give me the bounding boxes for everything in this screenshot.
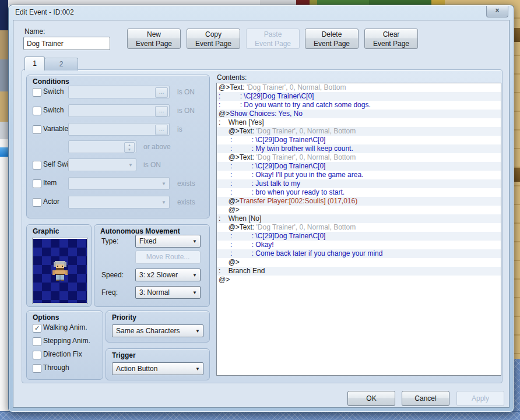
event-command-line[interactable]: : Branch End bbox=[217, 267, 501, 276]
tab-page-1[interactable]: 1 bbox=[24, 57, 45, 70]
condition-self-switch-suffix: is ON bbox=[143, 161, 161, 169]
clear-event-page-button[interactable]: Clear Event Page bbox=[364, 29, 418, 49]
button-label: Event Page bbox=[136, 40, 172, 48]
movement-freq-dropdown[interactable]: 3: Normal ▼ bbox=[135, 286, 201, 299]
name-label: Name: bbox=[24, 27, 45, 36]
direction-fix-label: Direction Fix bbox=[43, 350, 82, 358]
through-checkbox[interactable] bbox=[33, 364, 41, 373]
ok-button[interactable]: OK bbox=[347, 391, 395, 406]
button-label: Paste bbox=[264, 30, 282, 38]
condition-actor-suffix: exists bbox=[177, 198, 195, 206]
event-page-panel: Conditions Switch ... is ON Switch ... i… bbox=[22, 69, 503, 383]
walking-anim-checkbox[interactable]: ✓ bbox=[33, 324, 41, 333]
condition-switch1-suffix: is ON bbox=[177, 88, 195, 96]
event-command-line[interactable]: @>Text: 'Dog Trainer', 0, Normal, Bottom bbox=[217, 153, 501, 162]
condition-variable-checkbox[interactable] bbox=[33, 125, 41, 134]
condition-switch1-label: Switch bbox=[43, 87, 64, 96]
chevron-down-icon: ▼ bbox=[128, 163, 133, 168]
button-label: Copy bbox=[205, 30, 222, 38]
event-command-line[interactable]: @>Show Choices: Yes, No bbox=[217, 110, 501, 118]
event-character-sprite bbox=[51, 260, 69, 282]
event-command-line[interactable]: @>Transfer Player:[002:Soulis] (017,016) bbox=[217, 197, 501, 206]
tileset-thumb bbox=[0, 91, 8, 122]
chevron-down-icon: ▼ bbox=[192, 273, 197, 278]
event-command-line[interactable]: : : \C[29]Dog Trainer\C[0] bbox=[217, 232, 501, 241]
event-command-line[interactable]: @>Text: 'Dog Trainer', 0, Normal, Bottom bbox=[217, 127, 501, 136]
condition-variable-compare-suffix: or above bbox=[143, 143, 171, 151]
delete-event-page-button[interactable]: Delete Event Page bbox=[305, 29, 359, 49]
event-command-line[interactable]: : When [No] bbox=[217, 214, 501, 223]
conditions-groupbox: Conditions Switch ... is ON Switch ... i… bbox=[26, 75, 210, 218]
button-label: Event Page bbox=[255, 40, 291, 48]
freq-label: Freq: bbox=[101, 288, 118, 297]
movement-speed-dropdown[interactable]: 3: x2 Slower ▼ bbox=[135, 269, 201, 281]
condition-switch1-checkbox[interactable] bbox=[33, 88, 41, 97]
event-command-line[interactable]: @> bbox=[217, 276, 501, 284]
priority-dropdown[interactable]: Same as Characters ▼ bbox=[112, 324, 203, 337]
event-command-line[interactable]: : : Just talk to my bbox=[217, 179, 501, 188]
trigger-groupbox: Trigger Action Button ▼ bbox=[106, 348, 210, 380]
condition-switch2-suffix: is ON bbox=[177, 107, 195, 115]
event-command-line[interactable]: : : My twin brother will keep count. bbox=[217, 144, 501, 153]
priority-groupbox: Priority Same as Characters ▼ bbox=[106, 310, 210, 343]
event-name-input[interactable] bbox=[23, 37, 110, 50]
sprite-checkerboard bbox=[33, 239, 87, 303]
ellipsis-button: ... bbox=[155, 125, 168, 135]
button-label: Delete bbox=[322, 30, 342, 38]
type-label: Type: bbox=[101, 237, 118, 245]
copy-event-page-button[interactable]: Copy Event Page bbox=[187, 29, 240, 49]
event-command-line[interactable]: @>Text: 'Dog Trainer', 0, Normal, Bottom bbox=[217, 223, 501, 232]
event-command-line[interactable]: : : bro when your ready to start. bbox=[217, 188, 501, 197]
tileset-thumb bbox=[0, 59, 8, 91]
direction-fix-checkbox[interactable] bbox=[33, 351, 41, 359]
tab-page-2[interactable]: 2 bbox=[44, 58, 78, 70]
priority-title: Priority bbox=[112, 313, 136, 322]
event-command-line[interactable]: : : Do you want to try and catch some do… bbox=[217, 101, 501, 110]
event-command-line[interactable]: @> bbox=[217, 206, 501, 214]
chevron-down-icon: ▼ bbox=[195, 366, 200, 372]
chevron-down-icon: ▼ bbox=[161, 181, 166, 186]
map-editor-bottom-strip bbox=[0, 411, 520, 420]
condition-variable-label: Variable bbox=[43, 125, 68, 133]
condition-switch1-field: ... bbox=[68, 86, 170, 98]
new-event-page-button[interactable]: New Event Page bbox=[127, 29, 181, 49]
event-commands-list[interactable]: @>Text: 'Dog Trainer', 0, Normal, Bottom… bbox=[216, 83, 501, 376]
ellipsis-button: ... bbox=[155, 106, 168, 117]
event-command-line[interactable]: : : Okay! I'll put you in the game area. bbox=[217, 171, 501, 179]
event-command-line[interactable]: : : Okay! bbox=[217, 241, 501, 249]
event-graphic-picker[interactable] bbox=[32, 238, 88, 304]
scrollbar[interactable] bbox=[0, 122, 8, 139]
dialog-client-area: Name: New Event Page Copy Event Page Pas… bbox=[13, 20, 510, 408]
condition-self-switch-checkbox[interactable] bbox=[33, 161, 41, 170]
trigger-dropdown[interactable]: Action Button ▼ bbox=[112, 362, 203, 375]
event-command-line[interactable]: : When [Yes] bbox=[217, 118, 501, 127]
stepping-anim-checkbox[interactable] bbox=[33, 337, 41, 346]
event-command-line[interactable]: @>Text: 'Dog Trainer', 0, Normal, Bottom bbox=[217, 83, 501, 92]
edit-event-dialog: Edit Event - ID:002 × Name: New Event Pa… bbox=[8, 5, 514, 412]
walking-anim-label: Walking Anim. bbox=[43, 323, 87, 331]
autonomous-movement-title: Autonomous Movement bbox=[100, 227, 180, 235]
tileset-thumb bbox=[0, 30, 8, 59]
condition-switch2-label: Switch bbox=[43, 106, 64, 114]
movement-type-dropdown[interactable]: Fixed ▼ bbox=[135, 235, 201, 248]
event-command-line[interactable]: : : Come back later if you change your m… bbox=[217, 249, 501, 258]
event-command-line[interactable]: @> bbox=[217, 258, 501, 267]
chevron-down-icon: ▼ bbox=[195, 329, 200, 334]
chevron-down-icon: ▼ bbox=[192, 239, 197, 244]
condition-switch2-checkbox[interactable] bbox=[33, 107, 41, 115]
close-button[interactable]: × bbox=[486, 6, 508, 17]
speed-label: Speed: bbox=[101, 271, 124, 279]
selected-list-item bbox=[0, 147, 8, 157]
cancel-button[interactable]: Cancel bbox=[402, 391, 449, 406]
close-icon: × bbox=[495, 6, 499, 15]
condition-item-checkbox[interactable] bbox=[33, 179, 41, 188]
condition-actor-dropdown: ▼ bbox=[68, 196, 170, 209]
window-title: Edit Event - ID:002 bbox=[15, 8, 74, 16]
condition-variable-field: ... bbox=[68, 123, 170, 136]
ellipsis-button: ... bbox=[155, 87, 168, 98]
event-command-line[interactable]: : : \C[29]Dog Trainer\C[0] bbox=[217, 92, 501, 101]
event-command-line[interactable]: : : \C[29]Dog Trainer\C[0] bbox=[217, 136, 501, 144]
trigger-value: Action Button bbox=[116, 365, 157, 373]
condition-actor-checkbox[interactable] bbox=[33, 198, 41, 207]
event-command-line[interactable]: : : \C[29]Dog Trainer\C[0] bbox=[217, 162, 501, 171]
